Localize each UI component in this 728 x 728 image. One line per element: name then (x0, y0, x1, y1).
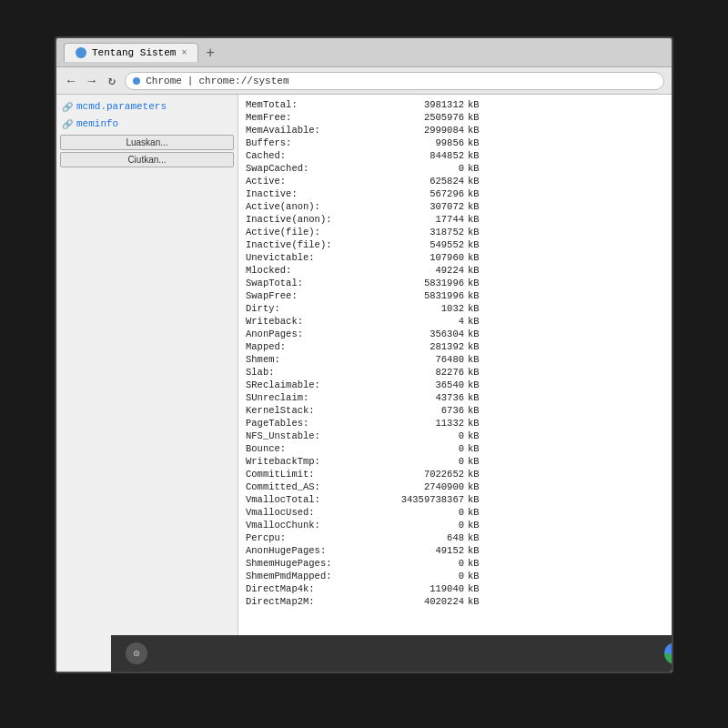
meminfo-row: Cached:844852kB (246, 149, 664, 162)
meminfo-value: 2505976 (391, 112, 464, 123)
sidebar-button-group: Luaskan... Ciutkan... (56, 133, 238, 169)
taskbar-left: ⊙ (126, 642, 147, 664)
meminfo-unit: kB (468, 150, 480, 161)
browser-tab[interactable]: Tentang Sistem × (64, 43, 198, 62)
meminfo-unit: kB (468, 329, 480, 339)
meminfo-unit: kB (468, 418, 480, 429)
meminfo-key: Inactive: (246, 188, 391, 199)
meminfo-unit: kB (468, 456, 480, 467)
meminfo-value: 625824 (391, 176, 464, 187)
meminfo-unit: kB (468, 227, 480, 238)
back-button[interactable]: ← (64, 72, 78, 90)
meminfo-value: 1032 (391, 303, 464, 314)
meminfo-value: 107960 (391, 252, 464, 263)
meminfo-key: CommitLimit: (246, 469, 391, 480)
meminfo-value: 82276 (391, 367, 464, 378)
sidebar-item-meminfo[interactable]: 🔗 meminfo (56, 116, 238, 133)
meminfo-key: Buffers: (246, 137, 391, 148)
meminfo-key: NFS_Unstable: (246, 430, 391, 441)
meminfo-row: AnonPages:356304kB (246, 328, 664, 340)
meminfo-row: SReclaimable:36540kB (246, 379, 664, 391)
meminfo-unit: kB (468, 188, 480, 199)
forward-button[interactable]: → (84, 72, 98, 90)
meminfo-row: Buffers:99856kB (246, 136, 664, 149)
meminfo-row: MemTotal:3981312kB (246, 98, 664, 111)
meminfo-row: SwapFree:5831996kB (246, 289, 664, 302)
taskbar: ⊙ (111, 635, 673, 672)
meminfo-key: Active(anon): (246, 201, 391, 212)
meminfo-unit: kB (468, 443, 480, 454)
meminfo-key: Slab: (246, 367, 391, 378)
meminfo-unit: kB (468, 341, 480, 352)
meminfo-unit: kB (468, 239, 480, 250)
meminfo-unit: kB (468, 494, 480, 505)
meminfo-key: SwapCached: (246, 163, 391, 174)
meminfo-value: 0 (391, 520, 464, 531)
meminfo-value: 7022652 (391, 469, 464, 480)
meminfo-unit: kB (468, 430, 480, 441)
chrome-icon[interactable] (664, 642, 673, 664)
meminfo-table: MemTotal:3981312kBMemFree:2505976kBMemAv… (246, 98, 664, 608)
meminfo-row: PageTables:11332kB (246, 417, 664, 430)
meminfo-value: 844852 (391, 150, 464, 161)
tab-close-button[interactable]: × (181, 48, 187, 58)
meminfo-value: 34359738367 (391, 494, 464, 505)
meminfo-key: Bounce: (246, 443, 391, 454)
screen-bezel: Tentang Sistem × + ← → ↻ Chrome | chrome… (55, 36, 673, 673)
expand-button[interactable]: Luaskan... (60, 135, 234, 150)
meminfo-value: 307072 (391, 201, 464, 212)
meminfo-row: Bounce:0kB (246, 442, 664, 455)
refresh-button[interactable]: ↻ (105, 71, 119, 90)
meminfo-key: AnonHugePages: (246, 545, 391, 556)
meminfo-unit: kB (468, 201, 480, 212)
taskbar-home-button[interactable]: ⊙ (126, 642, 147, 664)
meminfo-key: Cached: (246, 150, 391, 161)
home-icon: ⊙ (133, 647, 139, 661)
meminfo-key: Dirty: (246, 303, 391, 314)
meminfo-row: Active(anon):307072kB (246, 200, 664, 213)
meminfo-key: SUnreclaim: (246, 392, 391, 403)
meminfo-value: 17744 (391, 214, 464, 225)
meminfo-value: 549552 (391, 239, 464, 250)
meminfo-row: SwapCached:0kB (246, 162, 664, 175)
meminfo-row: ShmemPmdMapped:0kB (246, 570, 664, 582)
meminfo-row: VmallocChunk:0kB (246, 519, 664, 531)
meminfo-value: 49152 (391, 545, 464, 556)
meminfo-value: 119040 (391, 583, 464, 594)
meminfo-unit: kB (468, 507, 480, 518)
meminfo-unit: kB (468, 481, 480, 492)
meminfo-key: SwapFree: (246, 290, 391, 301)
meminfo-value: 4 (391, 316, 464, 327)
meminfo-row: Committed_AS:2740900kB (246, 480, 664, 493)
meminfo-value: 2740900 (391, 481, 464, 492)
new-tab-button[interactable]: + (198, 45, 221, 61)
address-bar[interactable]: Chrome | chrome://system (125, 72, 664, 90)
meminfo-value: 0 (391, 430, 464, 441)
meminfo-value: 318752 (391, 227, 464, 238)
meminfo-unit: kB (468, 176, 480, 187)
meminfo-row: ShmemHugePages:0kB (246, 557, 664, 570)
sidebar-item-meminfo-label: meminfo (76, 118, 118, 129)
meminfo-row: SwapTotal:5831996kB (246, 277, 664, 289)
meminfo-value: 11332 (391, 418, 464, 429)
meminfo-value: 4020224 (391, 596, 464, 607)
meminfo-unit: kB (468, 367, 480, 378)
meminfo-key: Committed_AS: (246, 481, 391, 492)
meminfo-row: Writeback:4kB (246, 315, 664, 328)
collapse-button[interactable]: Ciutkan... (60, 152, 234, 167)
meminfo-row: Shmem:76480kB (246, 353, 664, 366)
meminfo-unit: kB (468, 163, 480, 174)
sidebar-item-mcmd[interactable]: 🔗 mcmd.parameters (56, 98, 238, 116)
meminfo-key: Active(file): (246, 227, 391, 238)
meminfo-value: 281392 (391, 341, 464, 352)
meminfo-unit: kB (468, 379, 480, 390)
meminfo-value: 567296 (391, 188, 464, 199)
meminfo-unit: kB (468, 583, 480, 594)
meminfo-key: MemAvailable: (246, 125, 391, 136)
meminfo-value: 0 (391, 456, 464, 467)
meminfo-key: MemTotal: (246, 99, 391, 110)
meminfo-value: 99856 (391, 137, 464, 148)
meminfo-value: 76480 (391, 354, 464, 365)
browser-toolbar: ← → ↻ Chrome | chrome://system (56, 67, 672, 95)
meminfo-row: Active:625824kB (246, 175, 664, 187)
